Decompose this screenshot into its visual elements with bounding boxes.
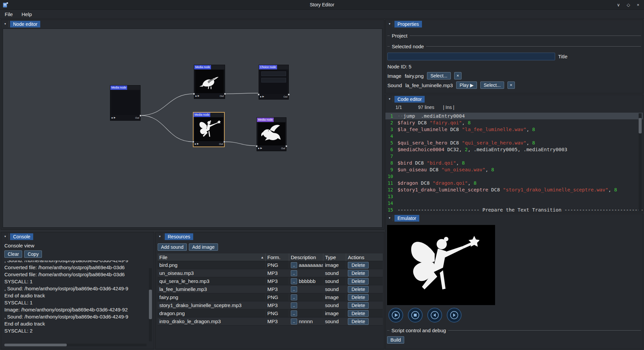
table-row[interactable]: qui_sera_le_hero.mp3MP3..bbbbbbsoundDele… xyxy=(158,277,383,285)
build-button[interactable]: Build xyxy=(387,336,404,344)
scrollbar-handle[interactable] xyxy=(639,118,642,133)
menu-help[interactable]: Help xyxy=(21,11,32,17)
collapse-icon[interactable]: ▼ xyxy=(386,215,393,221)
column-header-file[interactable]: File ▲ xyxy=(158,253,266,261)
table-row[interactable]: un_oiseau.mp3MP3..soundDelete xyxy=(158,269,383,277)
table-row[interactable]: intro_drako_le_dragon.mp3MP3..nnnnnsound… xyxy=(158,317,383,326)
console-body: Console view Clear Copy , Sound: /home/a… xyxy=(1,241,154,349)
titlebar[interactable]: Story Editor ∨ ◇ × xyxy=(0,0,644,10)
collapse-icon[interactable]: ▼ xyxy=(2,233,9,240)
delete-button[interactable]: Delete xyxy=(348,278,369,285)
output-port[interactable] xyxy=(223,141,225,143)
play-icon[interactable]: ▶ xyxy=(260,147,262,150)
stop-icon[interactable]: ■ xyxy=(195,143,196,145)
table-row[interactable]: fairy.pngPNG..imageDelete xyxy=(158,293,383,301)
properties-header[interactable]: ▼ Properties xyxy=(385,20,643,28)
resources-body: Add sound Add image File ▲ Form. Descrip… xyxy=(156,241,384,328)
play-button[interactable] xyxy=(388,308,403,323)
play-icon[interactable]: ▶ xyxy=(198,95,199,97)
play-sound-button[interactable]: Play ▶ xyxy=(456,81,477,89)
column-header-format[interactable]: Form. xyxy=(266,253,289,261)
console-horizontal-scrollbar[interactable] xyxy=(4,344,147,346)
close-icon[interactable]: × xyxy=(637,2,639,7)
collapse-icon[interactable]: ▼ xyxy=(386,96,393,102)
clear-sound-icon[interactable]: × xyxy=(507,81,515,89)
edit-description-button[interactable]: .. xyxy=(291,270,297,276)
column-header-actions[interactable]: Actions xyxy=(346,253,383,261)
add-image-button[interactable]: Add image xyxy=(189,243,218,251)
graph-node-choice[interactable]: Choice node■▶Out xyxy=(259,65,289,100)
graph-node-start[interactable]: Media node■▶Out xyxy=(110,85,141,121)
copy-button[interactable]: Copy xyxy=(24,250,42,258)
graph-node-fairy[interactable]: Media node■▶Out xyxy=(193,112,225,147)
output-port[interactable] xyxy=(285,145,287,147)
menu-file[interactable]: File xyxy=(5,11,13,17)
table-row[interactable]: story1_drako_luminelle_sceptre.mp3MP3..s… xyxy=(158,301,383,309)
title-input[interactable] xyxy=(387,53,555,60)
edit-description-button[interactable]: .. xyxy=(291,310,297,316)
minimize-icon[interactable]: ∨ xyxy=(617,2,620,7)
stop-icon[interactable]: ■ xyxy=(195,95,197,97)
stop-icon[interactable]: ■ xyxy=(258,147,259,150)
clear-button[interactable]: Clear xyxy=(4,250,22,258)
add-sound-button[interactable]: Add sound xyxy=(158,243,187,251)
delete-button[interactable]: Delete xyxy=(348,302,369,309)
code-vertical-scrollbar[interactable] xyxy=(639,113,642,211)
play-icon[interactable]: ▶ xyxy=(262,95,264,98)
stop-icon[interactable]: ■ xyxy=(260,96,261,98)
delete-button[interactable]: Delete xyxy=(348,270,369,277)
node-editor-header[interactable]: ▼ Node editor xyxy=(1,20,384,28)
edit-description-button[interactable]: .. xyxy=(291,302,297,308)
scrollbar-handle[interactable] xyxy=(4,344,67,346)
play-icon[interactable]: ▶ xyxy=(114,116,115,119)
table-row[interactable]: dragon.pngPNG..imageDelete xyxy=(158,309,383,317)
delete-button[interactable]: Delete xyxy=(348,262,369,269)
stop-button[interactable] xyxy=(408,308,423,323)
code-editor-header[interactable]: ▼ Code editor xyxy=(385,95,643,103)
node-graph-canvas[interactable]: Media node■▶OutMedia node■▶OutMedia node… xyxy=(3,28,382,228)
graph-node-dragon[interactable]: Media node■▶Out xyxy=(257,117,286,151)
edit-description-button[interactable]: .. xyxy=(291,262,297,268)
column-header-description[interactable]: Description xyxy=(289,253,323,261)
input-port[interactable] xyxy=(258,94,260,96)
collapse-icon[interactable]: ▼ xyxy=(386,21,393,27)
output-port[interactable] xyxy=(288,94,290,96)
step-forward-button[interactable] xyxy=(447,308,462,323)
column-header-type[interactable]: Type xyxy=(323,253,346,261)
delete-button[interactable]: Delete xyxy=(348,286,369,293)
choice-row[interactable] xyxy=(261,71,286,76)
resources-header[interactable]: ▼ Resources xyxy=(156,232,384,241)
collapse-icon[interactable]: ▼ xyxy=(2,21,9,27)
clear-image-icon[interactable]: × xyxy=(454,72,462,79)
delete-button[interactable]: Delete xyxy=(348,310,369,317)
input-port[interactable] xyxy=(192,141,194,143)
step-back-button[interactable] xyxy=(427,308,442,323)
table-row[interactable]: la_fee_luminelle.mp3MP3..soundDelete xyxy=(158,285,383,293)
console-header[interactable]: ▼ Console xyxy=(1,232,154,241)
code-lines[interactable]: 1··jump .mediaEntry00042$fairy DC8 "fair… xyxy=(385,111,643,212)
select-sound-button[interactable]: Select... xyxy=(480,81,504,89)
input-port[interactable] xyxy=(256,145,258,147)
stop-icon[interactable]: ■ xyxy=(111,117,113,119)
collapse-icon[interactable]: ▼ xyxy=(157,233,163,240)
delete-button[interactable]: Delete xyxy=(348,294,369,301)
edit-description-button[interactable]: .. xyxy=(291,294,297,300)
graph-node-bird[interactable]: Media node■▶Out xyxy=(194,65,225,99)
maximize-icon[interactable]: ◇ xyxy=(627,2,630,7)
cell-actions: Delete xyxy=(346,285,383,293)
emulator-header[interactable]: ▼ Emulator xyxy=(385,214,643,222)
output-port[interactable] xyxy=(140,115,142,117)
table-row[interactable]: bird.pngPNG..aaaaaaaaaimageDelete xyxy=(158,261,383,269)
choice-row[interactable] xyxy=(261,78,286,82)
input-port[interactable] xyxy=(193,93,195,95)
delete-button[interactable]: Delete xyxy=(348,318,369,325)
edit-description-button[interactable]: .. xyxy=(291,318,297,325)
console-vertical-scrollbar[interactable] xyxy=(149,268,152,341)
output-port[interactable] xyxy=(224,93,226,95)
graph-edge xyxy=(225,93,258,94)
edit-description-button[interactable]: .. xyxy=(291,286,297,292)
edit-description-button[interactable]: .. xyxy=(291,278,297,284)
select-image-button[interactable]: Select... xyxy=(427,72,451,79)
scrollbar-handle[interactable] xyxy=(149,290,152,319)
play-icon[interactable]: ▶ xyxy=(197,142,199,145)
